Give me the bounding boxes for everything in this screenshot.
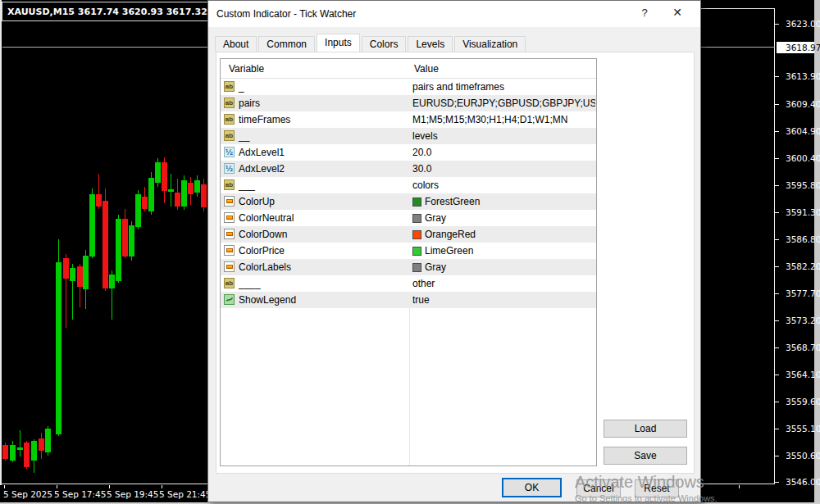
time-tick [57, 485, 57, 488]
candle-body [63, 258, 69, 279]
mt4-window: XAUUSD,M15 3617.74 3620.93 3617.32 3618.… [0, 0, 820, 504]
chart-title-box: XAUUSD,M15 3617.74 3620.93 3617.32 3618.… [2, 2, 210, 21]
load-button[interactable]: Load [604, 420, 687, 438]
tab-common[interactable]: Common [258, 36, 315, 52]
price-tick [775, 212, 779, 213]
variable-value[interactable]: EURUSD;EURJPY;GBPUSD;GBPJPY;USD... [412, 98, 595, 109]
color-type-icon [224, 245, 235, 256]
table-row-timeFrames[interactable]: abtimeFramesM1;M5;M15;M30;H1;H4;D1;W1;MN [221, 111, 596, 128]
table-row-ShowLegend[interactable]: ShowLegendtrue [221, 292, 596, 308]
help-icon[interactable]: ? [635, 7, 654, 21]
candle-body [122, 219, 128, 257]
candle-body [96, 194, 102, 207]
price-axis-label: 3568.70 [786, 343, 820, 352]
color-swatch [412, 214, 421, 223]
price-tick [775, 104, 779, 105]
ab-type-icon: ab [224, 179, 235, 190]
tab-about[interactable]: About [215, 36, 257, 52]
candle-body [89, 194, 95, 257]
price-axis-label: 3550.60 [786, 451, 820, 461]
price-tick [775, 24, 779, 25]
dialog-title-bar[interactable]: Custom Indicator - Tick Watcher ? ✕ [208, 1, 700, 27]
candle-body [116, 219, 121, 281]
table-row-ColorLabels[interactable]: ColorLabelsGray [221, 259, 596, 275]
table-row-uuuu[interactable]: ab____other [221, 275, 596, 292]
price-tick [775, 429, 779, 429]
price-tick [775, 347, 779, 348]
price-axis-label: 3623.00 [786, 19, 820, 29]
time-axis-label: 5 Sep 17:45 [54, 489, 106, 499]
ab-type-icon: ab [224, 81, 235, 92]
variable-value[interactable]: LimeGreen [412, 245, 595, 257]
candle-body [39, 438, 44, 451]
color-swatch [412, 263, 421, 272]
ok-button[interactable]: OK [502, 478, 562, 497]
variable-value[interactable]: OrangeRed [412, 229, 595, 240]
variable-value[interactable]: Gray [412, 212, 595, 224]
tab-visualization[interactable]: Visualization [454, 36, 526, 52]
candle-body [181, 180, 187, 207]
check-type-icon [224, 294, 235, 305]
ab-type-icon: ab [224, 114, 235, 125]
price-tick [775, 293, 779, 294]
table-row-ColorNeutral[interactable]: ColorNeutralGray [221, 210, 596, 226]
price-tick [775, 482, 779, 483]
time-axis-label: 5 Sep 21:45 [159, 489, 211, 499]
table-row-u[interactable]: ab_pairs and timeframes [221, 79, 596, 95]
variable-value[interactable]: other [412, 278, 595, 289]
table-header: Variable Value [221, 59, 596, 79]
candle-body [70, 268, 75, 281]
price-tick [775, 158, 779, 159]
variable-value[interactable]: pairs and timeframes [412, 81, 595, 93]
time-tick [4, 485, 5, 488]
time-axis-label: 5 Sep 19:45 [107, 489, 158, 499]
candle-body [168, 189, 174, 192]
table-row-uu[interactable]: ab__levels [221, 128, 596, 144]
price-axis-label: 3613.90 [786, 71, 820, 81]
variable-name: AdxLevel2 [239, 163, 285, 175]
tab-levels[interactable]: Levels [408, 36, 453, 52]
time-tick [109, 485, 110, 488]
tab-inputs[interactable]: Inputs [317, 34, 360, 52]
candle-body [10, 445, 16, 461]
variable-name: ShowLegend [239, 294, 296, 306]
price-axis-label: 3577.70 [786, 288, 820, 298]
current-price-label: 3618.97 [777, 42, 814, 53]
ab-type-icon: ab [224, 278, 235, 288]
variable-value[interactable]: M1;M5;M15;M30;H1;H4;D1;W1;MN [412, 114, 595, 125]
variable-value[interactable]: true [412, 294, 595, 306]
header-variable: Variable [229, 63, 264, 75]
price-axis[interactable]: 3618.97 3623.003613.903609.403604.903600… [775, 0, 820, 504]
close-icon[interactable]: ✕ [666, 6, 689, 22]
cancel-button[interactable]: Cancel [576, 479, 621, 497]
price-axis-label: 3600.40 [786, 153, 820, 163]
price-tick [775, 76, 779, 77]
reset-button[interactable]: Reset [635, 479, 679, 497]
variable-value[interactable]: ForestGreen [412, 196, 595, 207]
variable-value[interactable]: colors [412, 179, 595, 191]
table-row-AdxLevel1[interactable]: ½AdxLevel120.0 [221, 144, 596, 161]
header-value: Value [414, 63, 439, 75]
table-row-ColorDown[interactable]: ColorDownOrangeRed [221, 226, 596, 243]
variable-value[interactable]: levels [412, 130, 595, 142]
tab-bar: AboutCommonInputsColorsLevelsVisualizati… [215, 34, 527, 52]
tab-colors[interactable]: Colors [362, 36, 407, 52]
dialog-title: Custom Indicator - Tick Watcher [216, 8, 356, 20]
variable-value[interactable]: 20.0 [412, 147, 595, 158]
time-axis-label: 5 Sep 2025 [3, 489, 52, 499]
variable-value[interactable]: 30.0 [412, 163, 595, 175]
table-row-ColorPrice[interactable]: ColorPriceLimeGreen [221, 243, 596, 259]
table-row-pairs[interactable]: abpairsEURUSD;EURJPY;GBPUSD;GBPJPY;USD..… [221, 95, 596, 111]
variable-value[interactable]: Gray [412, 261, 595, 273]
candle-body [102, 201, 108, 288]
table-row-ColorUp[interactable]: ColorUpForestGreen [221, 193, 596, 210]
time-tick [162, 485, 162, 488]
table-row-AdxLevel2[interactable]: ½AdxLevel230.0 [221, 161, 596, 177]
price-tick [775, 375, 779, 375]
table-row-uuu[interactable]: ab___colors [221, 177, 596, 193]
candle-body [175, 193, 180, 207]
candle-body [129, 225, 134, 257]
candle-body [45, 429, 51, 452]
candle-body [142, 197, 148, 209]
save-button[interactable]: Save [604, 447, 687, 465]
